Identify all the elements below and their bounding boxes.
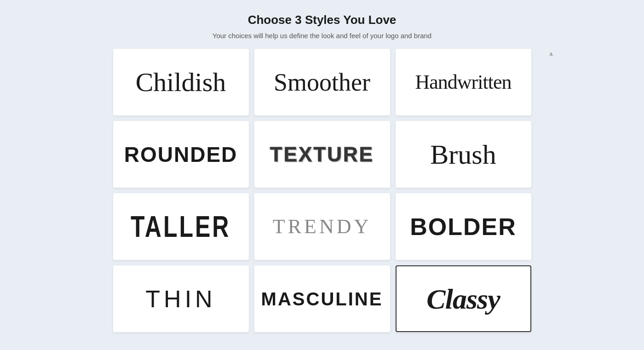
style-label-brush: Brush — [430, 141, 496, 168]
style-card-thin[interactable]: THIN — [113, 265, 249, 332]
style-label-smoother: Smoother — [274, 70, 370, 95]
style-card-brush[interactable]: Brush — [396, 121, 531, 188]
style-card-taller[interactable]: TALLER — [113, 193, 249, 260]
style-grid: ChildishSmootherHandwrittenROUNDEDTEXTUR… — [113, 49, 531, 332]
style-card-childish[interactable]: Childish — [113, 49, 249, 115]
style-card-bolder[interactable]: BOLDER — [396, 193, 531, 260]
scroll-indicator: ▲ — [548, 50, 554, 57]
style-label-classy: Classy — [426, 285, 500, 313]
style-card-trendy[interactable]: TRENDY — [254, 193, 390, 260]
page-title: Choose 3 Styles You Love — [213, 13, 431, 27]
page-subtitle: Your choices will help us define the loo… — [213, 32, 431, 40]
style-card-texture[interactable]: TEXTURE — [254, 121, 390, 188]
style-label-rounded: ROUNDED — [124, 144, 238, 165]
style-label-trendy: TRENDY — [273, 217, 371, 237]
style-card-rounded[interactable]: ROUNDED — [113, 121, 249, 188]
style-label-texture: TEXTURE — [270, 144, 374, 165]
style-label-thin: THIN — [145, 287, 216, 311]
page-header: Choose 3 Styles You Love Your choices wi… — [213, 0, 431, 45]
style-label-taller: TALLER — [131, 212, 230, 241]
style-card-classy[interactable]: Classy — [396, 265, 531, 332]
style-label-masculine: MASCULINE — [261, 290, 383, 308]
style-card-handwritten[interactable]: Handwritten — [396, 49, 531, 115]
style-label-childish: Childish — [136, 69, 226, 96]
style-label-handwritten: Handwritten — [415, 72, 512, 92]
style-card-smoother[interactable]: Smoother — [254, 49, 390, 115]
style-label-bolder: BOLDER — [410, 215, 517, 239]
style-card-masculine[interactable]: MASCULINE — [254, 265, 390, 332]
